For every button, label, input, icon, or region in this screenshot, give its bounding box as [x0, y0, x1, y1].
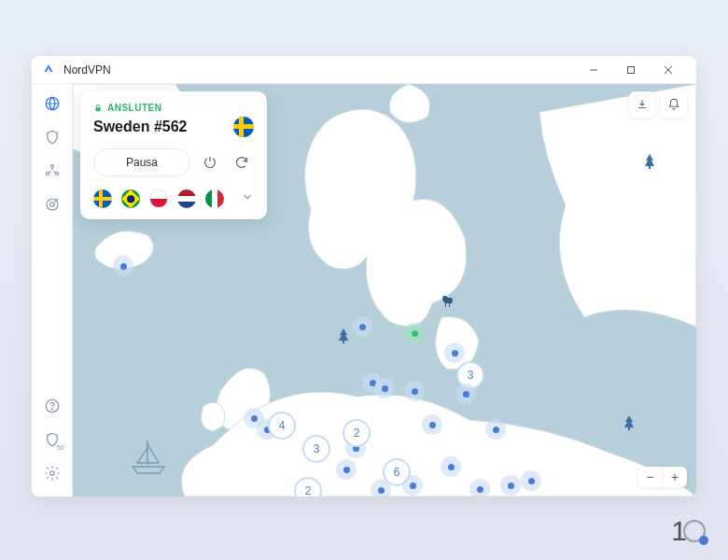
- flag-poland-icon[interactable]: [149, 189, 168, 208]
- chevron-down-icon[interactable]: [241, 190, 254, 207]
- zoom-controls: − +: [638, 467, 687, 487]
- flag-brazil-icon[interactable]: [121, 189, 140, 208]
- app-icon: [41, 63, 56, 77]
- svg-point-9: [49, 203, 54, 207]
- svg-rect-1: [628, 66, 635, 73]
- lock-icon: [93, 104, 103, 113]
- sidebar-settings-icon[interactable]: [42, 463, 63, 483]
- notifications-button[interactable]: [661, 91, 687, 118]
- map-marker[interactable]: [113, 256, 133, 276]
- app-window: NordVPN: [32, 56, 696, 497]
- svg-point-12: [49, 471, 54, 476]
- close-button[interactable]: [650, 57, 687, 83]
- tree-icon: [623, 415, 635, 434]
- svg-point-6: [46, 173, 49, 175]
- titlebar: NordVPN: [32, 56, 696, 84]
- sidebar-shield50-icon[interactable]: 50: [42, 429, 63, 450]
- sidebar-target-icon[interactable]: [42, 194, 63, 215]
- content: 50: [32, 84, 696, 497]
- minimize-button[interactable]: [575, 57, 612, 83]
- map-marker[interactable]: [374, 378, 395, 399]
- power-button[interactable]: [198, 150, 222, 175]
- sidebar-help-icon[interactable]: [42, 396, 63, 416]
- sidebar-mesh-icon[interactable]: [42, 161, 63, 181]
- window-controls: [575, 57, 687, 83]
- sidebar-shield-icon[interactable]: [42, 127, 63, 147]
- map-marker[interactable]: [485, 419, 506, 440]
- sidebar-globe-icon[interactable]: [42, 93, 63, 114]
- svg-point-11: [51, 409, 52, 410]
- status-label: ANSLUTEN: [93, 103, 254, 113]
- connection-panel: ANSLUTEN Sweden #562 Pausa: [80, 91, 267, 219]
- flag-sweden-icon: [233, 117, 254, 137]
- map-marker[interactable]: [469, 479, 490, 497]
- map-marker[interactable]: [404, 381, 425, 401]
- zoom-out-button[interactable]: −: [638, 467, 663, 487]
- map-marker[interactable]: 4: [268, 412, 296, 440]
- flag-italy-icon[interactable]: [205, 189, 224, 208]
- deer-icon: [440, 294, 455, 310]
- svg-point-5: [50, 164, 53, 167]
- map-marker[interactable]: [455, 384, 476, 404]
- map-marker[interactable]: [444, 343, 465, 363]
- top-corner-controls: [629, 91, 687, 118]
- flag-netherlands-icon[interactable]: [177, 189, 196, 208]
- app-title: NordVPN: [63, 63, 575, 77]
- quick-connect-flags: [93, 189, 254, 208]
- server-name: Sweden #562: [93, 119, 188, 135]
- svg-point-7: [55, 173, 58, 175]
- map-marker[interactable]: [422, 414, 442, 435]
- refresh-button[interactable]: [230, 150, 254, 175]
- watermark-logo: 1: [671, 515, 706, 547]
- map-marker[interactable]: [402, 475, 423, 496]
- map-marker[interactable]: [521, 470, 541, 491]
- map-marker[interactable]: [441, 456, 461, 477]
- boat-icon: [129, 439, 168, 480]
- tree-icon: [338, 329, 349, 347]
- map-marker[interactable]: [352, 316, 372, 337]
- map-marker[interactable]: 3: [302, 435, 330, 463]
- map[interactable]: 34232642 ANSLUTEN Sweden #562 Pausa: [73, 84, 696, 497]
- map-marker[interactable]: 2: [343, 419, 371, 447]
- map-marker[interactable]: [404, 323, 425, 343]
- maximize-button[interactable]: [612, 57, 650, 83]
- map-marker[interactable]: [371, 480, 391, 497]
- sidebar: 50: [32, 84, 73, 497]
- zoom-in-button[interactable]: +: [663, 467, 687, 487]
- tree-icon: [644, 154, 655, 173]
- map-marker[interactable]: [336, 459, 357, 480]
- download-button[interactable]: [629, 91, 655, 118]
- pause-button[interactable]: Pausa: [93, 148, 190, 176]
- flag-sweden-icon[interactable]: [93, 189, 112, 208]
- map-marker[interactable]: [500, 475, 521, 496]
